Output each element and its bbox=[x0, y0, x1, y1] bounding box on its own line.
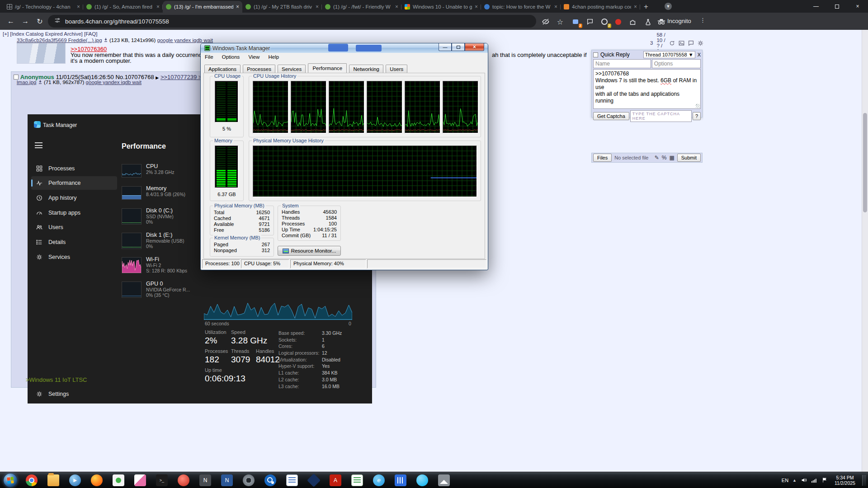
bookmark-star-icon[interactable]: ☆ bbox=[555, 17, 565, 27]
tab-services[interactable]: Services bbox=[278, 65, 306, 73]
hidden-icons-arrow[interactable]: ▲ bbox=[793, 478, 797, 483]
network-icon[interactable] bbox=[811, 477, 817, 483]
reply-file-name-link[interactable]: lmao.jpg bbox=[17, 80, 36, 85]
browser-tab[interactable]: topic: How to force the W × bbox=[481, 1, 561, 13]
taskbar-search-icon[interactable] bbox=[264, 474, 276, 486]
extension-chat-icon[interactable] bbox=[585, 17, 595, 27]
menu-help[interactable]: Help bbox=[269, 54, 279, 60]
download-icon[interactable] bbox=[38, 80, 42, 85]
browser-tab[interactable]: 4chan posting markup cod × bbox=[561, 1, 640, 13]
resource-monitor-button[interactable]: Resource Monitor... bbox=[278, 246, 341, 256]
op-thumbnail-image[interactable] bbox=[17, 43, 66, 64]
taskbar-archiver-icon[interactable] bbox=[307, 473, 321, 487]
scrollbar-thumb[interactable] bbox=[863, 113, 867, 212]
browser-tab[interactable]: (1) /g/ - My 2TB flash driv × bbox=[242, 1, 322, 13]
menu-file[interactable]: File bbox=[205, 54, 213, 60]
taskbar-acrobat-icon[interactable]: A bbox=[330, 474, 341, 486]
taskbar-firefox-icon[interactable] bbox=[91, 474, 103, 486]
taskbar-recorder-icon[interactable] bbox=[113, 474, 124, 486]
post-checkbox[interactable] bbox=[14, 75, 19, 80]
refresh-icon[interactable] bbox=[669, 40, 675, 46]
page-scrollbar[interactable] bbox=[862, 30, 868, 472]
taskbar-notepad-blue-icon[interactable]: N bbox=[221, 474, 233, 486]
tab-performance[interactable]: Performance bbox=[308, 63, 347, 73]
window-close-button[interactable]: × bbox=[847, 0, 868, 13]
close-button[interactable]: × bbox=[465, 43, 484, 51]
taskbar-spreadsheet-icon[interactable] bbox=[351, 474, 363, 486]
tab-close-icon[interactable]: × bbox=[316, 4, 319, 10]
window-maximize-button[interactable] bbox=[826, 0, 847, 13]
extension-icon-1[interactable]: 2 bbox=[571, 17, 580, 27]
taskbar-media-player-icon[interactable]: ▶ bbox=[69, 474, 81, 486]
volume-icon[interactable] bbox=[801, 477, 807, 483]
taskbar-media-red-icon[interactable] bbox=[178, 474, 189, 486]
extension-icon-2[interactable]: 2 bbox=[599, 17, 609, 27]
tab-close-icon[interactable]: × bbox=[77, 4, 80, 10]
comment-textarea[interactable]: >>107076768 Windows 7 is still the best.… bbox=[593, 69, 701, 109]
browser-tab-active[interactable]: (13) /g/ - I'm embarrassed × bbox=[163, 1, 242, 13]
op-file-name-link[interactable]: 33c8a6cb26da3f5669 Freddie(...).jpg bbox=[17, 38, 102, 43]
settings-gear-icon[interactable] bbox=[698, 40, 703, 46]
gallery-icon[interactable] bbox=[679, 40, 684, 46]
tab-close-icon[interactable]: × bbox=[236, 4, 239, 10]
menu-view[interactable]: View bbox=[249, 54, 260, 60]
update-countdown[interactable]: 3 bbox=[650, 40, 653, 46]
op-image-search-links[interactable]: google yandex iqdb wait bbox=[157, 38, 213, 43]
taskbar-photo-viewer-icon[interactable] bbox=[438, 474, 450, 486]
taskbar-blue-app-icon[interactable] bbox=[395, 474, 406, 486]
taskbar-clock[interactable]: 5:34 PM 11/2/2025 bbox=[832, 475, 858, 486]
browser-tab[interactable]: Windows 10 - Unable to g × bbox=[401, 1, 481, 13]
address-bar[interactable]: boards.4chan.org/g/thread/107075558 bbox=[48, 15, 536, 28]
comment-icon[interactable] bbox=[688, 40, 694, 46]
tab-close-icon[interactable]: × bbox=[554, 4, 557, 10]
browser-tab[interactable]: (1) /g/ - So, Amazon fired × bbox=[83, 1, 163, 13]
taskbar-chrome-icon[interactable] bbox=[26, 474, 38, 486]
taskbar-camera-icon[interactable] bbox=[243, 474, 255, 486]
download-icon[interactable] bbox=[104, 38, 108, 43]
options-field[interactable]: Options bbox=[652, 59, 701, 68]
taskbar-cmd-icon[interactable]: >_ bbox=[156, 474, 168, 486]
quick-reply-header[interactable]: Quick Reply Thread 107075558 ▼ X bbox=[592, 50, 702, 59]
window-minimize-button[interactable]: — bbox=[806, 0, 826, 13]
nav-links[interactable]: [Index Catalog Expired Archive] bbox=[10, 31, 82, 37]
taskbar-ie-icon[interactable]: e bbox=[373, 474, 385, 486]
maximize-button[interactable] bbox=[452, 43, 465, 51]
captcha-input[interactable]: TYPE THE CAPTCHA HERE bbox=[630, 110, 692, 122]
textarea-resize-grip[interactable] bbox=[696, 104, 700, 108]
tab-close-icon[interactable]: × bbox=[475, 4, 478, 10]
tab-close-icon[interactable]: × bbox=[156, 4, 160, 10]
new-tab-button[interactable]: + bbox=[640, 1, 652, 13]
tab-processes[interactable]: Processes bbox=[243, 65, 275, 73]
tracking-protection-eye-icon[interactable] bbox=[541, 17, 551, 27]
action-center-flag-icon[interactable] bbox=[821, 477, 828, 483]
minimize-button[interactable]: — bbox=[439, 43, 452, 51]
tab-applications[interactable]: Applications bbox=[204, 65, 241, 73]
taskbar-explorer-icon[interactable] bbox=[47, 474, 59, 486]
quick-reply-checkbox[interactable] bbox=[593, 52, 598, 57]
taskbar-notepad-dark-icon[interactable]: N bbox=[199, 474, 211, 486]
files-button[interactable]: Files bbox=[593, 154, 612, 162]
taskbar-paint-icon[interactable] bbox=[134, 474, 146, 486]
post-menu-arrow-icon[interactable]: ▶ bbox=[156, 75, 159, 80]
taskbar-skype-icon[interactable] bbox=[416, 474, 428, 486]
start-button[interactable] bbox=[4, 474, 17, 487]
attach-icon[interactable]: % bbox=[662, 155, 667, 161]
thread-select[interactable]: Thread 107075558 ▼ bbox=[643, 51, 695, 58]
back-button[interactable]: ← bbox=[5, 15, 17, 28]
grid-icon[interactable]: ▦ bbox=[669, 155, 674, 161]
tab-search-button[interactable]: ▼ bbox=[665, 3, 672, 10]
reply-image-search-links[interactable]: google yandex iqdb wait bbox=[86, 80, 142, 85]
language-indicator[interactable]: EN bbox=[782, 478, 788, 483]
get-captcha-button[interactable]: Get Captcha bbox=[593, 112, 629, 120]
menu-options[interactable]: Options bbox=[222, 54, 240, 60]
edit-pencil-icon[interactable]: ✎ bbox=[655, 155, 659, 161]
site-settings-icon[interactable] bbox=[54, 17, 61, 25]
captcha-help-button[interactable]: ? bbox=[693, 112, 701, 120]
tab-users[interactable]: Users bbox=[386, 65, 407, 73]
extension-flask-icon[interactable] bbox=[643, 17, 653, 27]
taskbar-document-icon[interactable] bbox=[286, 474, 298, 486]
nav-plus-link[interactable]: [+] bbox=[3, 31, 9, 37]
tab-networking[interactable]: Networking bbox=[349, 65, 383, 73]
name-field[interactable]: Name bbox=[593, 59, 651, 68]
browser-tab[interactable]: (1) /g/ - /fwt/ - Friendly W × bbox=[322, 1, 401, 13]
